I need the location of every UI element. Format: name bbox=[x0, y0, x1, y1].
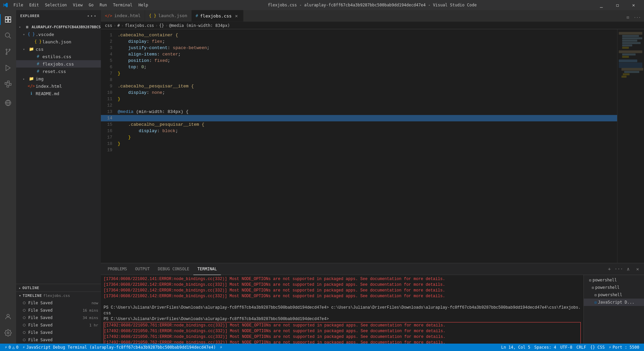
sidebar-item-img-folder[interactable]: ▸ 📁 img bbox=[16, 75, 101, 82]
timeline-dot-3 bbox=[23, 324, 26, 326]
timeline-item-3[interactable]: File Saved 1 hr bbox=[16, 321, 101, 329]
terminal-content[interactable]: [17364:0608/221002.141:ERROR:node_bindin… bbox=[101, 275, 583, 344]
minimize-button[interactable]: ⎯ bbox=[594, 0, 609, 10]
breadcrumb: css › # › flexjobs.css › {} › @media (mi… bbox=[101, 22, 644, 29]
menu-run[interactable]: Run bbox=[97, 2, 110, 8]
menu-go[interactable]: Go bbox=[86, 2, 96, 8]
timeline-item-label-0: File Saved bbox=[28, 301, 89, 305]
warning-count: 0 bbox=[16, 345, 18, 350]
status-lightning[interactable]: ⚡ bbox=[218, 344, 224, 351]
panel-tab-terminal[interactable]: TERMINAL bbox=[193, 263, 221, 275]
restore-button[interactable]: ◻ bbox=[610, 0, 625, 10]
terminal-error-2: [17492:0608/221050.761:ERROR:node_bindin… bbox=[104, 334, 580, 340]
timeline-section: ▾ Timeline flexjobs.css File Saved now F… bbox=[16, 291, 101, 344]
breadcrumb-hash[interactable]: # bbox=[117, 23, 120, 28]
index-html-icon: </> bbox=[28, 83, 34, 89]
menu-edit[interactable]: Edit bbox=[27, 2, 42, 8]
tab-index-html[interactable]: </> index.html bbox=[101, 10, 145, 22]
line-num-2: 2 bbox=[101, 38, 118, 45]
terminal-shell-icon-1: ⊡ bbox=[589, 278, 591, 282]
breadcrumb-css[interactable]: css bbox=[105, 23, 112, 28]
sidebar-item-flexjobs-css[interactable]: # flexjobs.css bbox=[16, 60, 101, 68]
terminal-shell-powershell-3[interactable]: ⊡ powershell bbox=[584, 291, 644, 299]
sidebar-item-index-html[interactable]: </> index.html bbox=[16, 82, 101, 90]
activity-explorer[interactable] bbox=[0, 11, 16, 28]
sidebar-more-button[interactable]: ··· bbox=[86, 13, 97, 19]
terminal-line-3: [17364:0608/221002.142:ERROR:node_bindin… bbox=[104, 294, 581, 299]
position-label: Ln 14, Col 5 bbox=[501, 345, 530, 350]
timeline-item-5[interactable]: File Saved bbox=[16, 336, 101, 344]
breadcrumb-scope[interactable]: {} bbox=[159, 23, 164, 28]
status-language[interactable]: {} CSS bbox=[588, 344, 607, 351]
menu-selection[interactable]: Selection bbox=[42, 2, 70, 8]
lightning-icon: ⚡ bbox=[220, 345, 222, 350]
activity-extensions[interactable] bbox=[0, 76, 16, 92]
panel-tab-output[interactable]: OUTPUT bbox=[131, 263, 154, 275]
sidebar-item-reset-css[interactable]: # reset.css bbox=[16, 68, 101, 75]
menu-help[interactable]: Help bbox=[136, 2, 151, 8]
root-folder[interactable]: ▾ ⊠ ALURAPLAY-FC8FF67CB4A3B9287BBC500B..… bbox=[16, 23, 101, 31]
timeline-item-4[interactable]: File Saved bbox=[16, 329, 101, 336]
terminal-shell-powershell-2[interactable]: ⊡ powershell bbox=[584, 284, 644, 291]
activity-accounts[interactable] bbox=[0, 309, 16, 325]
close-panel-button[interactable]: ✕ bbox=[634, 265, 641, 273]
line-num-17: 17 bbox=[101, 134, 118, 141]
css-folder-icon: 📁 bbox=[28, 46, 34, 52]
more-actions-button[interactable]: ··· bbox=[633, 13, 641, 22]
status-port[interactable]: ⚡ Port : 5500 bbox=[607, 344, 641, 351]
sidebar-item-estilos-css[interactable]: # estilos.css bbox=[16, 53, 101, 60]
timeline-item-2[interactable]: File Saved 34 mins bbox=[16, 314, 101, 321]
menu-view[interactable]: View bbox=[70, 2, 85, 8]
code-editor[interactable]: 1 .cabecalho__container { 2 display: fle… bbox=[101, 29, 617, 263]
tab-close-flexjobs[interactable]: ✕ bbox=[234, 13, 239, 18]
sidebar-item-launch-json[interactable]: { } launch.json bbox=[16, 38, 101, 45]
status-debug-terminal[interactable]: ⚡ JavaScript Debug Terminal (aluraplay-f… bbox=[21, 344, 218, 351]
readme-label: README.md bbox=[36, 91, 59, 96]
panel-tab-debug-console[interactable]: DEBUG CONSOLE bbox=[154, 263, 193, 275]
line-num-12: 12 bbox=[101, 102, 118, 109]
split-editor-button[interactable]: ⊡ bbox=[624, 13, 632, 22]
status-spaces[interactable]: Spaces: 4 bbox=[532, 344, 558, 351]
code-line-13: 13 @media (min-width: 834px) { bbox=[101, 109, 617, 115]
code-line-6: 6 top: 0; bbox=[101, 64, 617, 70]
close-button[interactable]: ✕ bbox=[626, 0, 641, 10]
more-terminal-button[interactable]: ··· bbox=[615, 265, 622, 273]
terminal-line-blank bbox=[104, 299, 581, 305]
terminal-error-0: [17492:0608/221050.761:ERROR:node_bindin… bbox=[104, 323, 580, 328]
terminal-error-box: [17492:0608/221050.761:ERROR:node_bindin… bbox=[104, 322, 581, 344]
tab-launch-json[interactable]: { } launch.json bbox=[145, 10, 192, 22]
tab-flexjobs-css[interactable]: # flexjobs.css ✕ bbox=[192, 10, 243, 22]
activity-remote[interactable] bbox=[0, 95, 16, 111]
activity-run-debug[interactable] bbox=[0, 60, 16, 76]
terminal-shell-powershell-1[interactable]: ⊡ powershell bbox=[584, 276, 644, 284]
title-bar: File Edit Selection View Go Run Terminal… bbox=[0, 0, 644, 10]
timeline-dot-0 bbox=[23, 302, 26, 304]
activity-source-control[interactable] bbox=[0, 44, 16, 60]
timeline-item-label-5: File Saved bbox=[28, 338, 96, 342]
launch-json-label: launch.json bbox=[42, 39, 71, 44]
panel-tab-problems[interactable]: PROBLEMS bbox=[104, 263, 131, 275]
sidebar-item-vscode[interactable]: ▾ { } .vscode bbox=[16, 31, 101, 38]
menu-file[interactable]: File bbox=[11, 2, 26, 8]
status-position[interactable]: Ln 14, Col 5 bbox=[499, 344, 532, 351]
activity-settings[interactable] bbox=[0, 325, 16, 341]
sidebar-item-readme[interactable]: ℹ README.md bbox=[16, 90, 101, 97]
activity-search[interactable] bbox=[0, 28, 16, 44]
sidebar-item-css-folder[interactable]: ▾ 📁 css bbox=[16, 45, 101, 53]
status-eol[interactable]: CRLF bbox=[574, 344, 588, 351]
svg-point-14 bbox=[7, 314, 9, 317]
timeline-dot-5 bbox=[23, 339, 26, 341]
status-errors[interactable]: ⚡ 0 △ 0 bbox=[3, 344, 21, 351]
outline-header[interactable]: ▸ Outline bbox=[16, 284, 101, 291]
menu-terminal[interactable]: Terminal bbox=[110, 2, 135, 8]
timeline-item-1[interactable]: File Saved 16 mins bbox=[16, 307, 101, 314]
maximize-panel-button[interactable]: ∧ bbox=[624, 265, 632, 273]
add-terminal-button[interactable]: + bbox=[606, 265, 613, 273]
terminal-layout: [17364:0608/221002.141:ERROR:node_bindin… bbox=[101, 275, 644, 344]
status-encoding[interactable]: UTF-8 bbox=[558, 344, 574, 351]
terminal-shell-js-debug[interactable]: ⊡ JavaScript D... bbox=[584, 299, 644, 306]
timeline-item-0[interactable]: File Saved now bbox=[16, 299, 101, 307]
readme-icon: ℹ bbox=[28, 90, 34, 96]
breadcrumb-file[interactable]: flexjobs.css bbox=[125, 23, 154, 28]
breadcrumb-media[interactable]: @media (min-width: 834px) bbox=[169, 23, 230, 28]
